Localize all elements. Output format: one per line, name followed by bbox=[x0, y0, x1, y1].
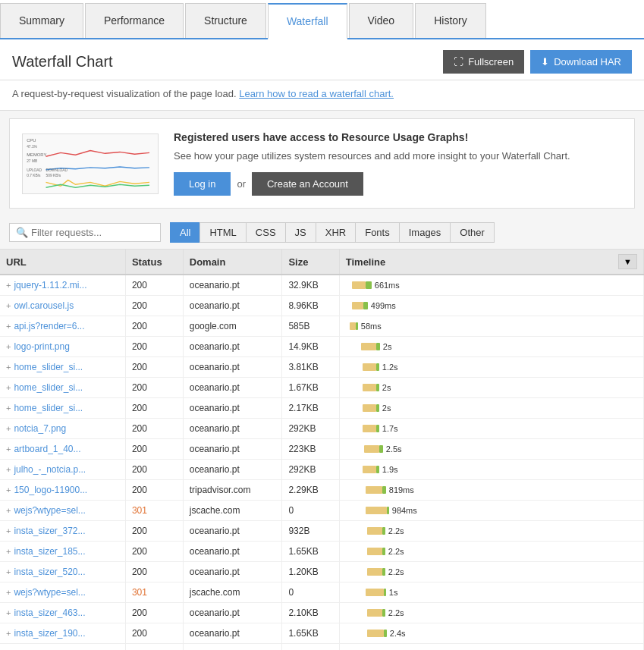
bar-recv bbox=[376, 343, 380, 350]
bar-wait bbox=[363, 425, 376, 432]
cell-url: +insta_sizer_190... bbox=[0, 623, 125, 644]
table-row[interactable]: +insta_sizer_190...200oceanario.pt1.65KB… bbox=[0, 623, 644, 644]
table-row[interactable]: +jquery-1.11.2.mi...200oceanario.pt32.9K… bbox=[0, 275, 644, 296]
filter-fonts[interactable]: Fonts bbox=[355, 222, 399, 243]
cell-url: +api.js?render=6... bbox=[0, 316, 125, 337]
timeline-label: 2.2s bbox=[388, 608, 404, 617]
table-row[interactable]: +home_slider_si...200oceanario.pt2.17KB2… bbox=[0, 398, 644, 419]
bar-wait bbox=[367, 548, 382, 555]
cell-status: 200 bbox=[125, 398, 183, 419]
cell-timeline: 1.9s bbox=[339, 460, 643, 480]
expand-icon[interactable]: + bbox=[6, 363, 11, 372]
cell-status: 200 bbox=[125, 419, 183, 439]
filter-images[interactable]: Images bbox=[399, 222, 451, 243]
filter-other[interactable]: Other bbox=[450, 222, 495, 243]
create-account-button[interactable]: Create an Account bbox=[252, 172, 363, 196]
table-row[interactable]: +home_slider_si...200oceanario.pt1.67KB2… bbox=[0, 378, 644, 398]
expand-icon[interactable]: + bbox=[6, 444, 11, 454]
cell-domain: oceanario.pt bbox=[183, 357, 282, 378]
expand-icon[interactable]: + bbox=[6, 342, 11, 351]
tab-waterfall[interactable]: Waterfall bbox=[268, 3, 347, 39]
expand-icon[interactable]: + bbox=[6, 485, 11, 495]
timeline-label: 2.2s bbox=[388, 526, 404, 535]
timeline-label: 1.2s bbox=[382, 363, 398, 372]
cell-timeline: 2.5s bbox=[339, 439, 643, 460]
table-row[interactable]: +150_logo-11900...200tripadvisor.com2.29… bbox=[0, 480, 644, 501]
table-row[interactable]: +wejs?wtype=sel...301jscache.com0984ms bbox=[0, 501, 644, 521]
login-button[interactable]: Log in bbox=[174, 172, 231, 196]
timeline-label: 2.4s bbox=[390, 629, 406, 638]
expand-icon[interactable]: + bbox=[6, 301, 11, 310]
cell-domain: google.com bbox=[183, 316, 282, 337]
cell-url: +logo-print.png bbox=[0, 337, 125, 357]
cell-timeline: 1s bbox=[339, 582, 643, 603]
cell-url: +wejs?wtype=sel... bbox=[0, 501, 125, 521]
filter-js[interactable]: JS bbox=[285, 222, 316, 243]
bar-recv bbox=[382, 527, 385, 535]
cell-size: 223KB bbox=[282, 439, 339, 460]
cell-size: 0 bbox=[282, 501, 339, 521]
filter-xhr[interactable]: XHR bbox=[316, 222, 355, 243]
bar-wait bbox=[363, 466, 376, 473]
bar-wait bbox=[363, 363, 376, 371]
expand-icon[interactable]: + bbox=[6, 588, 11, 597]
expand-icon[interactable]: + bbox=[6, 526, 11, 535]
bar-recv bbox=[376, 425, 379, 432]
cell-domain: oceanario.pt bbox=[183, 623, 282, 644]
cell-domain: oceanario.pt bbox=[183, 644, 282, 650]
svg-text:MEMORY: MEMORY bbox=[27, 152, 46, 157]
table-row[interactable]: +notcia_7.png200oceanario.pt292KB1.7s bbox=[0, 419, 644, 439]
table-row[interactable]: +insta_sizer_520...200oceanario.pt1.20KB… bbox=[0, 562, 644, 582]
table-row[interactable]: +insta_sizer_372...200oceanario.pt932B2.… bbox=[0, 521, 644, 542]
resource-actions: Log in or Create an Account bbox=[174, 172, 622, 196]
table-row[interactable]: +insta_sizer_185...200oceanario.pt1.65KB… bbox=[0, 542, 644, 562]
table-row[interactable]: +julho_-_notcia.p...200oceanario.pt292KB… bbox=[0, 460, 644, 480]
tab-video[interactable]: Video bbox=[349, 3, 414, 38]
expand-icon[interactable]: + bbox=[6, 322, 11, 331]
filter-css[interactable]: CSS bbox=[246, 222, 285, 243]
cell-timeline: 661ms bbox=[339, 275, 643, 296]
tab-performance[interactable]: Performance bbox=[85, 3, 184, 38]
table-row[interactable]: +owl.carousel.js200oceanario.pt8.96KB499… bbox=[0, 296, 644, 316]
table-row[interactable]: +logo-print.png200oceanario.pt14.9KB2s bbox=[0, 337, 644, 357]
cell-size: 292KB bbox=[282, 419, 339, 439]
table-row[interactable]: +insta_sizer_463...200oceanario.pt2.10KB… bbox=[0, 603, 644, 623]
table-row[interactable]: +artboard_1_40...200oceanario.pt223KB2.5… bbox=[0, 439, 644, 460]
svg-text:47.1%: 47.1% bbox=[27, 144, 37, 148]
filter-input[interactable] bbox=[31, 227, 154, 238]
filter-all[interactable]: All bbox=[170, 222, 199, 243]
expand-icon[interactable]: + bbox=[6, 547, 11, 556]
svg-text:509 KB/s: 509 KB/s bbox=[46, 173, 61, 177]
download-har-button[interactable]: ⬇ Download HAR bbox=[530, 50, 632, 74]
cell-status: 200 bbox=[125, 562, 183, 582]
filter-input-wrap: 🔍 bbox=[9, 223, 161, 242]
bar-wait bbox=[363, 404, 376, 412]
table-row[interactable]: +api.js?render=6...200google.com585B58ms bbox=[0, 316, 644, 337]
table-row[interactable]: +wejs?wtype=sel...301jscache.com01s bbox=[0, 582, 644, 603]
bar-wait bbox=[366, 589, 384, 596]
table-row[interactable]: +insta_sizer_570...200oceanario.pt2.28KB… bbox=[0, 644, 644, 650]
tab-summary[interactable]: Summary bbox=[0, 3, 83, 38]
cell-timeline: 2.2s bbox=[339, 542, 643, 562]
expand-icon[interactable]: + bbox=[6, 424, 11, 433]
col-timeline: Timeline ▼ bbox=[339, 250, 643, 275]
learn-link[interactable]: Learn how to read a waterfall chart. bbox=[239, 88, 394, 99]
tab-history[interactable]: History bbox=[415, 3, 486, 38]
expand-icon[interactable]: + bbox=[6, 608, 11, 617]
col-status: Status bbox=[125, 250, 183, 275]
expand-icon[interactable]: + bbox=[6, 629, 11, 638]
timeline-label: 2s bbox=[383, 342, 392, 351]
expand-icon[interactable]: + bbox=[6, 281, 11, 290]
expand-icon[interactable]: + bbox=[6, 567, 11, 576]
bar-recv bbox=[366, 281, 372, 289]
fullscreen-button[interactable]: ⛶ Fullscreen bbox=[443, 50, 524, 74]
timeline-dropdown[interactable]: ▼ bbox=[618, 254, 637, 269]
tab-structure[interactable]: Structure bbox=[185, 3, 266, 38]
expand-icon[interactable]: + bbox=[6, 404, 11, 413]
filter-html[interactable]: HTML bbox=[199, 222, 245, 243]
expand-icon[interactable]: + bbox=[6, 383, 11, 392]
tab-bar: Summary Performance Structure Waterfall … bbox=[0, 0, 644, 39]
expand-icon[interactable]: + bbox=[6, 506, 11, 515]
table-row[interactable]: +home_slider_si...200oceanario.pt3.81KB1… bbox=[0, 357, 644, 378]
expand-icon[interactable]: + bbox=[6, 465, 11, 474]
